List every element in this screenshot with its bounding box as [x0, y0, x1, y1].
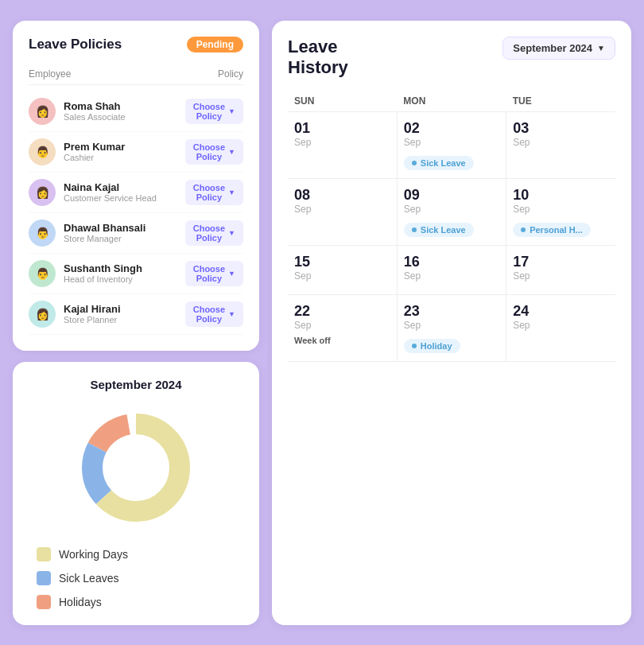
- legend-holidays: Holidays: [37, 595, 235, 609]
- calendar-body: 01Sep02Sep Sick Leave 03Sep08Sep09Sep Si…: [288, 112, 615, 362]
- calendar-day-cell: 17Sep: [506, 246, 615, 295]
- avatar: 👩: [29, 98, 56, 125]
- leave-policies-header: Leave Policies Pending: [29, 37, 243, 52]
- date-month: Sep: [513, 320, 609, 331]
- choose-policy-label: ChoosePolicy: [193, 223, 225, 243]
- employee-details: Kajal Hirani Store Planner: [64, 303, 121, 324]
- leave-label: Sick Leave: [421, 158, 466, 168]
- legend-dot-holiday: [37, 595, 51, 609]
- calendar-day-cell: 01Sep: [288, 112, 397, 179]
- calendar-day-cell: 09Sep Sick Leave: [397, 179, 506, 246]
- col-mon: MON: [397, 91, 506, 112]
- pending-badge: Pending: [187, 37, 243, 52]
- leave-dot: [412, 344, 417, 348]
- col-employee: Employee: [29, 68, 71, 80]
- legend-dot-sick: [37, 571, 51, 585]
- employee-name: Kajal Hirani: [64, 303, 121, 315]
- choose-policy-button[interactable]: ChoosePolicy ▼: [185, 180, 243, 205]
- date-month: Sep: [404, 320, 499, 331]
- choose-policy-button[interactable]: ChoosePolicy ▼: [185, 99, 243, 124]
- date-month: Sep: [404, 270, 499, 282]
- choose-policy-button[interactable]: ChoosePolicy ▼: [185, 139, 243, 165]
- leave-badge-holiday: Holiday: [404, 339, 460, 353]
- date-month: Sep: [294, 320, 390, 331]
- policies-table-header: Employee Policy: [29, 64, 243, 85]
- date-number: 03: [513, 120, 609, 137]
- col-policy: Policy: [218, 68, 243, 80]
- date-month: Sep: [513, 137, 609, 148]
- leave-dot: [521, 227, 526, 232]
- chart-card: September 2024 Working Days: [13, 362, 259, 625]
- employee-role: Sales Associate: [64, 112, 126, 122]
- choose-policy-label: ChoosePolicy: [193, 183, 225, 202]
- date-number: 10: [513, 187, 609, 204]
- calendar-week-row: 01Sep02Sep Sick Leave 03Sep: [288, 112, 615, 179]
- choose-policy-button[interactable]: ChoosePolicy ▼: [185, 220, 243, 246]
- calendar-day-cell: 23Sep Holiday: [397, 295, 506, 362]
- date-month: Sep: [513, 270, 609, 282]
- calendar-day-cell: 22SepWeek off: [288, 295, 397, 362]
- employee-info: 👩 Roma Shah Sales Associate: [29, 98, 126, 125]
- employee-name: Naina Kajal: [64, 181, 157, 193]
- employee-role: Cashier: [64, 153, 125, 162]
- leave-badge-sick: Sick Leave: [404, 156, 474, 170]
- legend-label-sick: Sick Leaves: [59, 572, 118, 585]
- legend-label-holiday: Holidays: [59, 596, 102, 608]
- leave-dot: [412, 161, 417, 165]
- date-number: 01: [294, 120, 390, 137]
- choose-policy-button[interactable]: ChoosePolicy ▼: [185, 301, 243, 327]
- date-month: Sep: [294, 270, 390, 282]
- legend-sick-leaves: Sick Leaves: [37, 571, 235, 585]
- avatar: 👨: [29, 220, 56, 247]
- leave-dot: [412, 227, 417, 232]
- employee-role: Head of Inventory: [64, 274, 142, 284]
- donut-chart: [72, 404, 200, 531]
- leave-badge-personal: Personal H...: [513, 223, 591, 237]
- employee-name: Prem Kumar: [64, 141, 125, 153]
- legend-working-days: Working Days: [37, 547, 235, 561]
- employee-info: 👨 Prem Kumar Cashier: [29, 138, 125, 165]
- calendar-week-row: 15Sep16Sep17Sep: [288, 246, 615, 295]
- date-number: 15: [294, 254, 390, 270]
- month-selector[interactable]: September 2024 ▼: [502, 37, 615, 60]
- calendar-day-cell: 02Sep Sick Leave: [397, 112, 506, 179]
- calendar-header-row: SUN MON TUE: [288, 91, 615, 112]
- calendar-day-cell: 10Sep Personal H...: [506, 179, 615, 246]
- leave-label: Personal H...: [530, 225, 583, 235]
- main-container: Leave Policies Pending Employee Policy 👩…: [13, 21, 631, 625]
- employee-role: Store Planner: [64, 315, 121, 324]
- calendar-week-row: 08Sep09Sep Sick Leave 10Sep Personal H..…: [288, 179, 615, 246]
- calendar-day-cell: 24Sep: [506, 295, 615, 362]
- date-number: 24: [513, 303, 609, 320]
- calendar-day-cell: 16Sep: [397, 246, 506, 295]
- employee-info: 👩 Kajal Hirani Store Planner: [29, 301, 121, 328]
- employee-info: 👨 Dhawal Bhansali Store Manager: [29, 220, 145, 247]
- employee-row: 👨 Dhawal Bhansali Store Manager ChoosePo…: [29, 213, 243, 254]
- choose-policy-label: ChoosePolicy: [193, 102, 225, 121]
- employee-info: 👨 Sushanth Singh Head of Inventory: [29, 260, 142, 287]
- svg-point-3: [104, 436, 168, 499]
- choose-policy-label: ChoosePolicy: [193, 142, 225, 161]
- choose-policy-label: ChoosePolicy: [193, 305, 225, 324]
- employee-row: 👩 Naina Kajal Customer Service Head Choo…: [29, 173, 243, 213]
- employee-list: 👩 Roma Shah Sales Associate ChoosePolicy…: [29, 91, 243, 335]
- legend-label-working: Working Days: [59, 548, 128, 561]
- chevron-down-icon: ▼: [228, 188, 235, 196]
- calendar-week-row: 22SepWeek off23Sep Holiday 24Sep: [288, 295, 615, 362]
- date-number: 02: [404, 120, 499, 137]
- donut-container: [29, 404, 243, 531]
- date-month: Sep: [404, 137, 499, 148]
- avatar: 👨: [29, 138, 56, 165]
- employee-row: 👩 Roma Shah Sales Associate ChoosePolicy…: [29, 91, 243, 132]
- date-month: Sep: [404, 204, 499, 215]
- date-number: 16: [404, 254, 499, 270]
- choose-policy-button[interactable]: ChoosePolicy ▼: [185, 261, 243, 286]
- chevron-down-icon: ▼: [228, 107, 235, 115]
- chevron-down-icon: ▼: [228, 270, 235, 278]
- employee-role: Store Manager: [64, 234, 145, 243]
- employee-details: Sushanth Singh Head of Inventory: [64, 262, 142, 284]
- leave-policies-title: Leave Policies: [29, 37, 122, 52]
- employee-details: Naina Kajal Customer Service Head: [64, 181, 157, 203]
- employee-details: Prem Kumar Cashier: [64, 141, 125, 162]
- avatar: 👩: [29, 301, 56, 328]
